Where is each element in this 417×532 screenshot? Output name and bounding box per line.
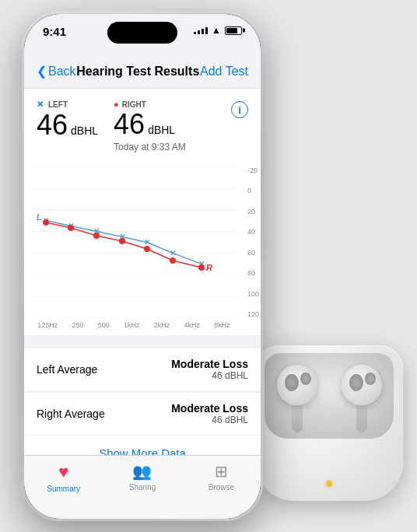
chart-svg: ✕ ✕ ✕ ✕ ✕ ✕ ✕ L (30, 166, 237, 318)
status-icons: ▲ (194, 25, 242, 36)
right-average-main: Moderate Loss (171, 402, 248, 415)
left-unit: dBHL (71, 124, 98, 137)
airpod-right (338, 365, 385, 435)
timestamp: Today at 9:33 AM (114, 142, 186, 152)
right-unit: dBHL (148, 124, 175, 136)
y-label-40: 40 (247, 228, 259, 236)
left-average-sub: 46 dBHL (171, 370, 248, 381)
svg-text:R: R (206, 263, 212, 272)
svg-point-19 (119, 238, 125, 244)
left-average-label: Left Average (37, 363, 97, 376)
status-bar: 9:41 ▲ (24, 14, 261, 54)
status-time: 9:41 (43, 25, 66, 38)
left-result: ✕ LEFT 46 dBHL (37, 100, 98, 139)
page-title: Hearing Test Results (76, 65, 199, 79)
airpod-left (274, 365, 321, 435)
x-label-500: 500 (98, 321, 110, 329)
signal-icon (194, 27, 208, 34)
svg-point-20 (144, 246, 150, 252)
right-average-label: Right Average (37, 408, 105, 420)
y-label-100: 100 (247, 290, 259, 298)
right-result: ● RIGHT 46 dBHL Today at 9:33 AM (114, 100, 186, 152)
svg-point-18 (93, 233, 100, 239)
tab-browse-label: Browse (208, 483, 234, 492)
tab-summary-label: Summary (47, 485, 80, 493)
svg-text:✕: ✕ (144, 238, 150, 247)
iphone-device: 9:41 ▲ (22, 12, 263, 521)
tab-browse[interactable]: ⊞ Browse (182, 462, 261, 492)
y-label-neg20: -20 (247, 166, 259, 174)
right-value: 46 (114, 110, 145, 138)
dynamic-island (107, 22, 177, 44)
tab-sharing[interactable]: 👥 Sharing (103, 462, 181, 492)
svg-point-17 (68, 225, 74, 231)
right-average-row: Right Average Moderate Loss 46 dBHL (24, 393, 261, 435)
airpods-case (255, 345, 403, 501)
svg-point-21 (170, 257, 176, 264)
battery-icon (225, 26, 242, 35)
left-value: 46 (37, 111, 68, 139)
left-average-main: Moderate Loss (171, 358, 248, 370)
y-label-20: 20 (247, 208, 259, 215)
x-label-1k: 1kHz (124, 321, 140, 329)
x-label-4k: 4kHz (184, 321, 201, 329)
sharing-icon: 👥 (132, 462, 152, 481)
x-label-250: 250 (72, 321, 83, 329)
y-label-0: 0 (247, 187, 259, 194)
case-led (326, 481, 332, 487)
nav-bar: ❮ Back Hearing Test Results Add Test (24, 54, 261, 89)
back-button[interactable]: ❮ Back (37, 64, 76, 79)
show-more-button[interactable]: Show More Data (24, 436, 261, 455)
tab-summary[interactable]: ♥ Summary (24, 462, 103, 493)
heart-icon: ♥ (58, 462, 68, 482)
y-axis-labels: -20 0 20 40 60 80 100 120 (247, 166, 259, 318)
right-average-sub: 46 dBHL (171, 415, 248, 425)
svg-text:L: L (37, 212, 42, 222)
tab-sharing-label: Sharing (129, 483, 156, 492)
header-right: i (201, 100, 248, 118)
y-label-80: 80 (247, 269, 259, 277)
browse-icon: ⊞ (215, 462, 228, 481)
tab-bar: ♥ Summary 👥 Sharing ⊞ Browse (24, 455, 261, 519)
back-label: Back (48, 65, 76, 79)
main-content: ✕ LEFT 46 dBHL ● (24, 89, 261, 455)
add-test-button[interactable]: Add Test (200, 65, 248, 79)
y-label-120: 120 (247, 310, 259, 318)
stats-section: Left Average Moderate Loss 46 dBHL Right… (24, 335, 261, 455)
chart-area: ✕ ✕ ✕ ✕ ✕ ✕ ✕ L (30, 166, 237, 318)
results-header: ✕ LEFT 46 dBHL ● (24, 89, 261, 160)
x-label-8k: 8kHz (214, 321, 230, 329)
wifi-icon: ▲ (212, 25, 221, 36)
svg-text:✕: ✕ (170, 249, 176, 257)
x-label-2k: 2kHz (154, 321, 170, 329)
left-average-row: Left Average Moderate Loss 46 dBHL (24, 348, 261, 390)
x-label-125: 125Hz (37, 321, 58, 329)
chevron-left-icon: ❮ (37, 64, 47, 79)
hearing-chart: ✕ ✕ ✕ ✕ ✕ ✕ ✕ L (24, 160, 261, 335)
info-button[interactable]: i (231, 101, 248, 118)
y-label-60: 60 (247, 249, 259, 257)
svg-point-22 (198, 264, 205, 271)
x-axis-labels: 125Hz 250 500 1kHz 2kHz 4kHz 8kHz (30, 318, 237, 329)
svg-point-16 (43, 219, 49, 226)
